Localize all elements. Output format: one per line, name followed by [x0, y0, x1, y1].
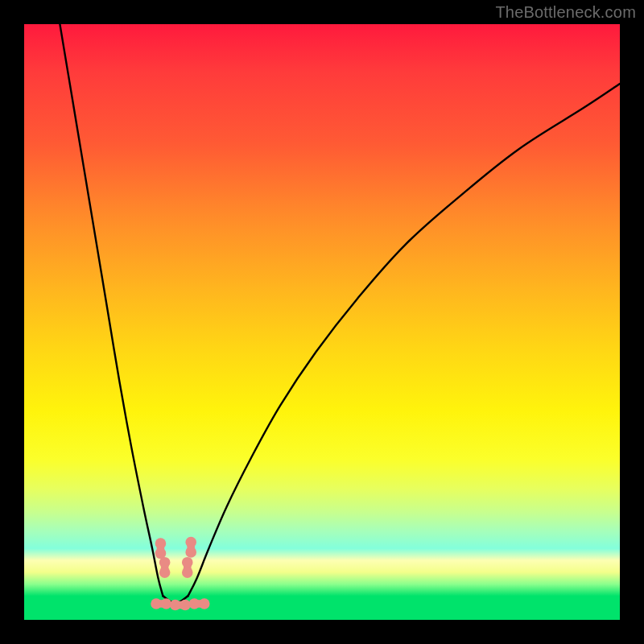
- svg-point-7: [185, 537, 196, 548]
- plot-area: [24, 24, 620, 620]
- svg-point-19: [189, 598, 200, 609]
- svg-point-10: [182, 557, 193, 568]
- svg-point-20: [199, 598, 210, 609]
- svg-point-16: [170, 600, 181, 611]
- svg-point-1: [155, 538, 167, 549]
- curve-segment: [188, 84, 621, 596]
- svg-point-5: [159, 567, 171, 578]
- curve-layer: [24, 24, 620, 620]
- marker-group: [151, 537, 209, 611]
- marker-bottom-right: [189, 598, 210, 609]
- marker-right-pair-top: [185, 537, 196, 558]
- marker-left-pair-bottom: [159, 557, 171, 578]
- marker-left-pair-top: [155, 538, 167, 559]
- svg-point-13: [151, 598, 162, 609]
- marker-bottom-left: [151, 598, 171, 609]
- watermark-text: TheBottleneck.com: [495, 3, 636, 22]
- svg-point-8: [185, 547, 196, 558]
- svg-point-11: [182, 567, 193, 578]
- marker-right-pair-bottom: [182, 557, 193, 578]
- chart-frame: TheBottleneck.com: [0, 0, 644, 644]
- svg-point-4: [159, 557, 171, 568]
- curve-segment: [60, 24, 163, 596]
- marker-bottom-mid: [170, 600, 191, 611]
- bottleneck-curve: [60, 24, 620, 603]
